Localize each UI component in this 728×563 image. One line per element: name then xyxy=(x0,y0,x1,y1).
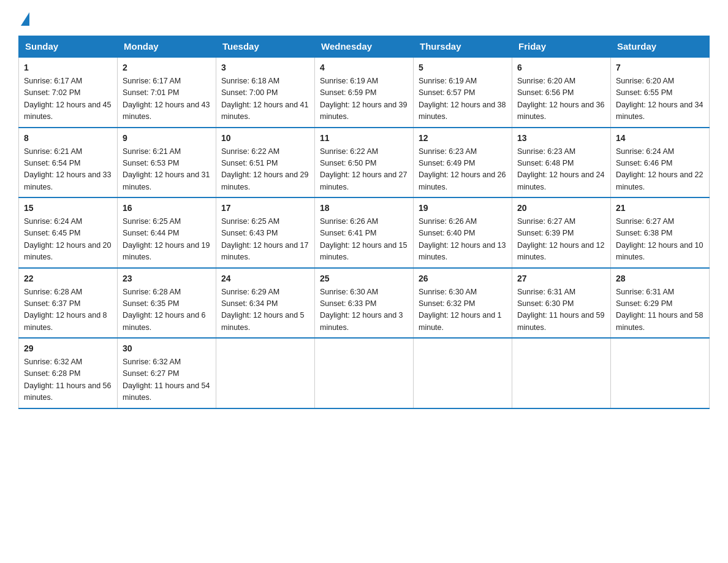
calendar-cell: 23Sunrise: 6:28 AMSunset: 6:35 PMDayligh… xyxy=(118,268,216,339)
cell-content: Sunrise: 6:20 AMSunset: 6:55 PMDaylight:… xyxy=(616,75,704,123)
cell-content: Sunrise: 6:28 AMSunset: 6:35 PMDaylight:… xyxy=(123,286,211,334)
column-header-tuesday: Tuesday xyxy=(216,36,315,58)
cell-content: Sunrise: 6:32 AMSunset: 6:28 PMDaylight:… xyxy=(24,356,112,404)
day-number: 18 xyxy=(320,202,408,215)
cell-content: Sunrise: 6:17 AMSunset: 7:02 PMDaylight:… xyxy=(24,75,112,123)
calendar-cell: 28Sunrise: 6:31 AMSunset: 6:29 PMDayligh… xyxy=(611,268,710,339)
calendar-week-row: 8Sunrise: 6:21 AMSunset: 6:54 PMDaylight… xyxy=(19,128,710,198)
calendar-cell: 2Sunrise: 6:17 AMSunset: 7:01 PMDaylight… xyxy=(118,57,216,128)
cell-content: Sunrise: 6:19 AMSunset: 6:59 PMDaylight:… xyxy=(320,75,408,123)
cell-content: Sunrise: 6:18 AMSunset: 7:00 PMDaylight:… xyxy=(221,75,309,123)
day-number: 4 xyxy=(320,61,408,74)
day-number: 5 xyxy=(419,61,507,74)
calendar-cell: 3Sunrise: 6:18 AMSunset: 7:00 PMDaylight… xyxy=(216,57,315,128)
calendar-cell: 15Sunrise: 6:24 AMSunset: 6:45 PMDayligh… xyxy=(19,197,118,268)
calendar-cell: 10Sunrise: 6:22 AMSunset: 6:51 PMDayligh… xyxy=(216,128,315,198)
calendar-cell: 29Sunrise: 6:32 AMSunset: 6:28 PMDayligh… xyxy=(19,338,118,408)
logo-triangle-icon xyxy=(21,12,29,26)
day-number: 9 xyxy=(123,132,211,145)
page-header xyxy=(18,12,710,25)
day-number: 20 xyxy=(517,202,605,215)
cell-content: Sunrise: 6:30 AMSunset: 6:32 PMDaylight:… xyxy=(419,286,507,334)
column-header-thursday: Thursday xyxy=(414,36,512,58)
cell-content: Sunrise: 6:31 AMSunset: 6:29 PMDaylight:… xyxy=(616,286,704,334)
calendar-cell: 14Sunrise: 6:24 AMSunset: 6:46 PMDayligh… xyxy=(611,128,710,198)
logo xyxy=(18,12,29,25)
day-number: 29 xyxy=(24,342,112,355)
day-number: 6 xyxy=(517,61,605,74)
cell-content: Sunrise: 6:19 AMSunset: 6:57 PMDaylight:… xyxy=(419,75,507,123)
cell-content: Sunrise: 6:25 AMSunset: 6:43 PMDaylight:… xyxy=(221,216,309,264)
cell-content: Sunrise: 6:17 AMSunset: 7:01 PMDaylight:… xyxy=(123,75,211,123)
calendar-cell: 20Sunrise: 6:27 AMSunset: 6:39 PMDayligh… xyxy=(512,197,611,268)
day-number: 21 xyxy=(616,202,704,215)
day-number: 10 xyxy=(221,132,309,145)
day-number: 8 xyxy=(24,132,112,145)
day-number: 28 xyxy=(616,272,704,285)
cell-content: Sunrise: 6:27 AMSunset: 6:38 PMDaylight:… xyxy=(616,216,704,264)
calendar-table: SundayMondayTuesdayWednesdayThursdayFrid… xyxy=(18,36,710,409)
day-number: 19 xyxy=(419,202,507,215)
cell-content: Sunrise: 6:23 AMSunset: 6:49 PMDaylight:… xyxy=(419,146,507,194)
day-number: 23 xyxy=(123,272,211,285)
calendar-cell: 17Sunrise: 6:25 AMSunset: 6:43 PMDayligh… xyxy=(216,197,315,268)
day-number: 1 xyxy=(24,61,112,74)
calendar-cell xyxy=(315,338,414,408)
calendar-week-row: 15Sunrise: 6:24 AMSunset: 6:45 PMDayligh… xyxy=(19,197,710,268)
calendar-cell: 25Sunrise: 6:30 AMSunset: 6:33 PMDayligh… xyxy=(315,268,414,339)
cell-content: Sunrise: 6:27 AMSunset: 6:39 PMDaylight:… xyxy=(517,216,605,264)
day-number: 30 xyxy=(123,342,211,355)
day-number: 25 xyxy=(320,272,408,285)
cell-content: Sunrise: 6:21 AMSunset: 6:54 PMDaylight:… xyxy=(24,146,112,194)
calendar-cell: 4Sunrise: 6:19 AMSunset: 6:59 PMDaylight… xyxy=(315,57,414,128)
cell-content: Sunrise: 6:25 AMSunset: 6:44 PMDaylight:… xyxy=(123,216,211,264)
cell-content: Sunrise: 6:30 AMSunset: 6:33 PMDaylight:… xyxy=(320,286,408,334)
column-header-saturday: Saturday xyxy=(611,36,710,58)
calendar-week-row: 29Sunrise: 6:32 AMSunset: 6:28 PMDayligh… xyxy=(19,338,710,408)
calendar-cell: 27Sunrise: 6:31 AMSunset: 6:30 PMDayligh… xyxy=(512,268,611,339)
calendar-cell: 21Sunrise: 6:27 AMSunset: 6:38 PMDayligh… xyxy=(611,197,710,268)
day-number: 24 xyxy=(221,272,309,285)
calendar-cell: 16Sunrise: 6:25 AMSunset: 6:44 PMDayligh… xyxy=(118,197,216,268)
cell-content: Sunrise: 6:24 AMSunset: 6:46 PMDaylight:… xyxy=(616,146,704,194)
column-header-sunday: Sunday xyxy=(19,36,118,58)
calendar-cell xyxy=(512,338,611,408)
calendar-cell: 9Sunrise: 6:21 AMSunset: 6:53 PMDaylight… xyxy=(118,128,216,198)
calendar-cell: 22Sunrise: 6:28 AMSunset: 6:37 PMDayligh… xyxy=(19,268,118,339)
day-number: 22 xyxy=(24,272,112,285)
cell-content: Sunrise: 6:24 AMSunset: 6:45 PMDaylight:… xyxy=(24,216,112,264)
cell-content: Sunrise: 6:22 AMSunset: 6:51 PMDaylight:… xyxy=(221,146,309,194)
day-number: 7 xyxy=(616,61,704,74)
cell-content: Sunrise: 6:32 AMSunset: 6:27 PMDaylight:… xyxy=(123,356,211,404)
calendar-header-row: SundayMondayTuesdayWednesdayThursdayFrid… xyxy=(19,36,710,58)
cell-content: Sunrise: 6:26 AMSunset: 6:40 PMDaylight:… xyxy=(419,216,507,264)
calendar-cell: 6Sunrise: 6:20 AMSunset: 6:56 PMDaylight… xyxy=(512,57,611,128)
cell-content: Sunrise: 6:26 AMSunset: 6:41 PMDaylight:… xyxy=(320,216,408,264)
calendar-cell: 30Sunrise: 6:32 AMSunset: 6:27 PMDayligh… xyxy=(118,338,216,408)
day-number: 12 xyxy=(419,132,507,145)
cell-content: Sunrise: 6:28 AMSunset: 6:37 PMDaylight:… xyxy=(24,286,112,334)
calendar-cell: 26Sunrise: 6:30 AMSunset: 6:32 PMDayligh… xyxy=(414,268,512,339)
day-number: 15 xyxy=(24,202,112,215)
calendar-cell xyxy=(414,338,512,408)
cell-content: Sunrise: 6:20 AMSunset: 6:56 PMDaylight:… xyxy=(517,75,605,123)
cell-content: Sunrise: 6:29 AMSunset: 6:34 PMDaylight:… xyxy=(221,286,309,334)
calendar-cell: 5Sunrise: 6:19 AMSunset: 6:57 PMDaylight… xyxy=(414,57,512,128)
day-number: 26 xyxy=(419,272,507,285)
day-number: 11 xyxy=(320,132,408,145)
day-number: 14 xyxy=(616,132,704,145)
cell-content: Sunrise: 6:21 AMSunset: 6:53 PMDaylight:… xyxy=(123,146,211,194)
day-number: 16 xyxy=(123,202,211,215)
calendar-cell: 24Sunrise: 6:29 AMSunset: 6:34 PMDayligh… xyxy=(216,268,315,339)
calendar-cell: 12Sunrise: 6:23 AMSunset: 6:49 PMDayligh… xyxy=(414,128,512,198)
cell-content: Sunrise: 6:23 AMSunset: 6:48 PMDaylight:… xyxy=(517,146,605,194)
calendar-cell: 7Sunrise: 6:20 AMSunset: 6:55 PMDaylight… xyxy=(611,57,710,128)
cell-content: Sunrise: 6:22 AMSunset: 6:50 PMDaylight:… xyxy=(320,146,408,194)
day-number: 17 xyxy=(221,202,309,215)
calendar-cell: 11Sunrise: 6:22 AMSunset: 6:50 PMDayligh… xyxy=(315,128,414,198)
day-number: 27 xyxy=(517,272,605,285)
day-number: 3 xyxy=(221,61,309,74)
calendar-cell: 18Sunrise: 6:26 AMSunset: 6:41 PMDayligh… xyxy=(315,197,414,268)
column-header-friday: Friday xyxy=(512,36,611,58)
day-number: 2 xyxy=(123,61,211,74)
